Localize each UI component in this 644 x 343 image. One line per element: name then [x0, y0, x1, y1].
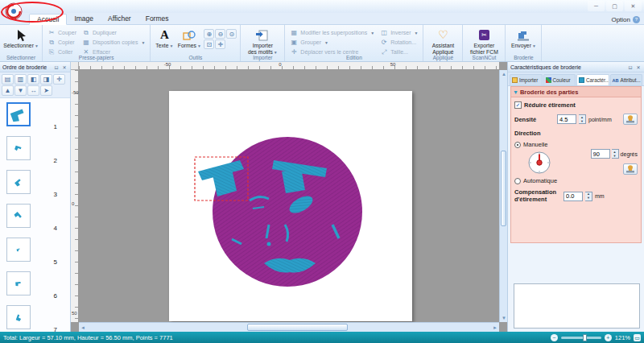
select-button-label: Sélectionner — [3, 43, 34, 48]
stitch-order-item[interactable]: 3 — [0, 167, 70, 201]
region-sewing-settings: ✓ Réduire étirement Densité ▲▼ point/mm … — [510, 97, 642, 243]
stitch-order-item[interactable]: 5 — [0, 235, 70, 269]
tab-color-label: Couleur — [553, 77, 571, 83]
stitch-order-item[interactable]: 7 — [0, 303, 70, 332]
applique-wizard-button[interactable]: ♡ Assistant Appliqué — [427, 27, 459, 56]
panel-close-icon[interactable]: ✕ — [61, 64, 68, 70]
minimize-button[interactable]: ─ — [588, 1, 605, 11]
density-apply-button[interactable] — [623, 114, 638, 125]
dock-icon[interactable]: ⊡ — [53, 64, 60, 70]
group-objects-button[interactable]: ▣Grouper▼ — [288, 38, 376, 47]
export-fcm-button[interactable]: ✂ Exporter fichier FCM — [466, 27, 502, 56]
embroidery-design[interactable] — [169, 91, 412, 321]
compensation-label: Compensation d'étirement — [514, 189, 561, 203]
zoom-in-button[interactable]: + — [605, 334, 612, 341]
layout-copies-button[interactable]: ▦Disposition copies▼ — [80, 38, 147, 47]
window-controls: ─ ▢ ✕ — [588, 1, 642, 11]
stitch-order-item[interactable]: 4 — [0, 201, 70, 235]
text-tool-button[interactable]: A Texte▼ — [154, 27, 175, 49]
duplicate-button[interactable]: ⧉Dupliquer — [80, 28, 147, 37]
section-title: Broderie des parties — [520, 89, 579, 96]
move-up-icon[interactable]: ▲ — [2, 85, 14, 96]
zoom-slider-thumb[interactable] — [583, 334, 587, 341]
invert-button[interactable]: ◫Inverser▼ — [378, 28, 419, 37]
spin-down-icon[interactable]: ▼ — [585, 196, 592, 200]
horizontal-scrollbar[interactable]: ◄ ► — [79, 322, 499, 332]
import-patterns-button[interactable]: Importer des motifs▼ — [244, 27, 281, 56]
angle-spinner[interactable]: ▲▼ — [612, 149, 619, 159]
stitch-order-item[interactable]: 1 — [0, 100, 70, 134]
send-label: Envoyer — [511, 43, 531, 48]
optimize-icon[interactable]: ◨ — [40, 74, 52, 85]
zoom-actual-tool[interactable]: ⊙ — [226, 29, 237, 39]
send-button[interactable]: Envoyer▼ — [509, 27, 538, 49]
tab-text-label: Attribut... — [620, 77, 640, 83]
stitch-part-thumbnail — [6, 204, 31, 228]
spin-down-icon[interactable]: ▼ — [612, 154, 618, 158]
density-spinner[interactable]: ▲▼ — [579, 114, 586, 124]
move-down-icon[interactable]: ▼ — [14, 85, 27, 96]
swap-icon[interactable]: ↔ — [27, 85, 39, 96]
zoom-fit-tool[interactable]: ⊡ — [204, 39, 214, 49]
zoom-slider[interactable] — [561, 337, 601, 339]
compensation-spinner[interactable]: ▲▼ — [585, 192, 592, 201]
attributes-body: ▼ Broderie des parties ✓ Réduire étireme… — [510, 86, 642, 332]
horizontal-scroll-thumb[interactable] — [247, 324, 348, 331]
direction-apply-button[interactable] — [623, 163, 638, 175]
shapes-icon — [183, 28, 196, 42]
center-view-icon[interactable]: ✛ — [53, 74, 65, 85]
copy-button[interactable]: ⧉Copier — [46, 38, 78, 47]
cut-button[interactable]: ✂Couper — [46, 28, 78, 37]
spin-down-icon[interactable]: ▼ — [579, 119, 585, 123]
tab-formes[interactable]: Formes — [138, 13, 176, 24]
zoom-in-tool[interactable]: ⊕ — [204, 29, 214, 39]
frame-view-icon[interactable]: ▥ — [14, 74, 27, 85]
tab-image[interactable]: Image — [67, 13, 101, 24]
reduce-stretch-checkbox[interactable]: ✓ — [514, 101, 522, 109]
tab-color-panel[interactable]: Couleur — [543, 74, 576, 85]
density-input[interactable] — [557, 114, 576, 124]
shapes-tool-button[interactable]: Formes▼ — [177, 27, 201, 49]
stitch-order-item[interactable]: 2 — [0, 134, 70, 167]
vertical-scrollbar[interactable]: ▲ ▼ — [499, 70, 507, 322]
direction-dial[interactable] — [527, 151, 551, 175]
stamp-icon — [625, 165, 635, 173]
stitch-order-title: Ordre de broderie — [2, 64, 52, 70]
stitch-order-titlebar: Ordre de broderie ⊡ ✕ — [0, 62, 70, 72]
canvas[interactable] — [79, 70, 499, 322]
tab-import-panel[interactable]: Importer — [510, 74, 543, 85]
modify-overlaps-button[interactable]: ▦Modifier les superpositions▼ — [288, 28, 376, 37]
collapse-icon[interactable]: ▼ — [513, 89, 518, 95]
text-attributes-icon: AB — [613, 78, 619, 83]
close-icon: ✕ — [631, 3, 636, 10]
tab-text-attributes[interactable]: ABAttribut... — [610, 74, 643, 85]
application-menu-button[interactable] — [5, 2, 23, 20]
panel-close-icon[interactable]: ✕ — [635, 64, 642, 70]
fit-page-button[interactable]: ▭ — [634, 334, 641, 341]
zoom-out-button[interactable]: − — [551, 334, 558, 341]
zoom-out-tool[interactable]: ⊖ — [215, 29, 225, 39]
option-menu[interactable]: Option ? — [611, 14, 640, 24]
select-button[interactable]: Sélectionner▼ — [3, 27, 39, 49]
part-view-icon[interactable]: ◧ — [27, 74, 39, 85]
tab-accueil[interactable]: Accueil — [29, 14, 67, 25]
maximize-button[interactable]: ▢ — [606, 1, 623, 11]
direction-manual-radio[interactable]: Manuelle — [514, 141, 585, 148]
tab-sewing-attributes[interactable]: Caractér... — [576, 74, 609, 85]
close-button[interactable]: ✕ — [625, 1, 642, 11]
direction-auto-radio[interactable]: Automatique — [514, 177, 585, 184]
color-order-icon[interactable]: ▤ — [2, 74, 14, 85]
angle-input[interactable] — [591, 149, 610, 159]
dock-icon[interactable]: ⊡ — [627, 64, 634, 70]
density-row: Densité ▲▼ point/mm — [514, 114, 638, 125]
vertical-scroll-thumb[interactable] — [501, 151, 506, 226]
compensation-input[interactable] — [564, 192, 583, 201]
scroll-right-icon[interactable]: ► — [491, 324, 499, 332]
select-part-icon[interactable]: ➤ — [40, 85, 52, 96]
rotation-button[interactable]: ⟳Rotation... — [378, 38, 419, 47]
tab-afficher[interactable]: Afficher — [101, 13, 138, 24]
stitch-order-item[interactable]: 6 — [0, 269, 70, 303]
pan-tool[interactable]: ✛ — [215, 39, 225, 49]
design-page[interactable] — [169, 91, 412, 321]
scroll-left-icon[interactable]: ◄ — [79, 324, 87, 332]
